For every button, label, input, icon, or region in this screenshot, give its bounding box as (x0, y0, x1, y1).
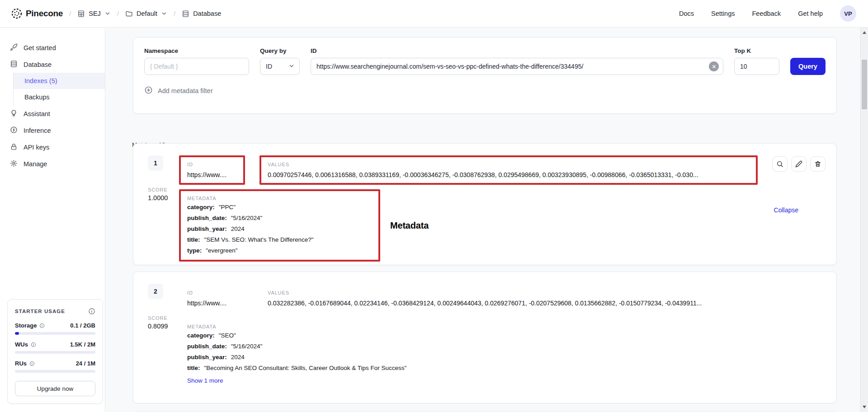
id-cell-value: https://www.... (187, 300, 237, 307)
vertical-scrollbar[interactable] (860, 28, 868, 412)
sidebar-item-get-started[interactable]: Get started (0, 39, 105, 56)
chevron-down-icon (288, 63, 295, 70)
inspect-record-button[interactable] (772, 156, 788, 172)
id-cell: ID https://www.... (179, 284, 245, 313)
folder-icon (125, 10, 133, 18)
show-more-link[interactable]: Show 1 more (187, 377, 223, 384)
sidebar-item-label: Backups (24, 94, 50, 101)
metadata-entry: publish_date:"5/16/2024" (187, 342, 372, 351)
scrollbar-thumb[interactable] (862, 60, 867, 109)
usage-metric-storage: Storage 0.1 / 2GB (15, 322, 95, 335)
values-cell-annotated: VALUES 0.00970257446, 0.0061316588, 0.03… (259, 155, 758, 185)
metadata-entry: type:"evergreen" (187, 246, 372, 255)
sidebar-item-backups[interactable]: Backups (14, 89, 105, 105)
usage-title: STARTER USAGE (15, 309, 65, 314)
sidebar-item-manage[interactable]: Manage (0, 155, 105, 172)
metric-value: 24 / 1M (76, 360, 95, 367)
starter-usage-panel: STARTER USAGE Storage 0.1 / 2GB WUs 1.5K… (7, 299, 103, 404)
namespace-label: Namespace (144, 47, 249, 54)
edit-record-button[interactable] (791, 156, 807, 172)
values-cell-value: 0.032282386, -0.0167689044, 0.02234146, … (268, 300, 750, 307)
result-card-1: 1 SCORE 1.0000 ID https://www.... VALUES… (133, 143, 837, 265)
id-cell-label: ID (187, 162, 237, 167)
nav-link-docs[interactable]: Docs (679, 10, 694, 17)
annotation-metadata: Metadata (390, 220, 429, 231)
metadata-entry: publish_year:2024 (187, 352, 372, 362)
sidebar-item-label: Database (24, 61, 52, 68)
scroll-up-arrow-icon[interactable] (863, 31, 866, 34)
nav-link-settings[interactable]: Settings (711, 10, 735, 17)
pinecone-logo[interactable]: Pinecone (11, 8, 63, 19)
sidebar-item-api-keys[interactable]: API keys (0, 139, 105, 155)
add-metadata-filter-button[interactable]: Add metadata filter (144, 86, 826, 96)
values-cell-label: VALUES (268, 290, 750, 295)
result-card-2: 2 SCORE 0.8099 ID https://www.... VALUES… (133, 272, 837, 403)
top-nav: Pinecone / SEJ / Default / (0, 0, 868, 28)
breadcrumb-page[interactable]: Database (182, 10, 221, 18)
metadata-entry: title:"Becoming An SEO Consultant: Skill… (187, 363, 372, 373)
breadcrumb-page-label: Database (193, 10, 221, 17)
sidebar-item-label: Manage (24, 160, 47, 168)
wus-progress-bar (15, 351, 95, 354)
usage-metric-wus: WUs 1.5K / 2M (15, 341, 95, 354)
pinecone-logo-icon (11, 8, 23, 19)
sidebar-item-label: Indexes (5) (24, 77, 57, 84)
main-content: Namespace Query by ID ID (105, 28, 860, 412)
organization-icon (77, 10, 85, 18)
values-cell-label: VALUES (268, 162, 750, 167)
query-by-select[interactable]: ID (260, 58, 300, 75)
user-avatar[interactable]: VP (840, 5, 856, 22)
sidebar-item-indexes[interactable]: Indexes (5) (14, 73, 105, 89)
database-icon (182, 10, 189, 18)
top-k-label: Top K (734, 47, 779, 54)
id-cell-value: https://www.... (187, 171, 237, 178)
nav-link-get-help[interactable]: Get help (798, 10, 823, 17)
info-icon[interactable] (88, 308, 95, 315)
sidebar-item-assistant[interactable]: Assistant (0, 105, 105, 122)
metric-value: 0.1 / 2GB (70, 322, 95, 329)
info-icon[interactable] (29, 361, 35, 366)
sidebar-item-inference[interactable]: Inference (0, 122, 105, 139)
nav-link-feedback[interactable]: Feedback (752, 10, 781, 17)
breadcrumb-separator: / (69, 10, 71, 18)
query-panel: Namespace Query by ID ID (133, 37, 837, 114)
lock-icon (10, 143, 18, 152)
delete-record-button[interactable] (810, 156, 826, 172)
id-label: ID (311, 47, 723, 54)
query-button[interactable]: Query (790, 58, 826, 75)
metadata-entry: category:"SEO" (187, 331, 372, 340)
breadcrumb-org[interactable]: SEJ (77, 10, 111, 18)
clear-input-icon[interactable] (709, 61, 719, 71)
collapse-link[interactable]: Collapse (774, 206, 798, 214)
top-k-input[interactable] (734, 58, 779, 75)
id-cell-annotated: ID https://www.... (179, 155, 245, 185)
database-icon (10, 60, 18, 69)
plus-circle-icon (144, 86, 153, 96)
metadata-label: METADATA (187, 324, 372, 329)
metric-label: Storage (15, 322, 37, 329)
metric-value: 1.5K / 2M (70, 341, 95, 348)
rus-progress-bar (15, 370, 95, 373)
usage-metric-rus: RUs 24 / 1M (15, 360, 95, 373)
zap-circle-icon (10, 126, 18, 135)
sidebar-item-database[interactable]: Database (0, 56, 105, 73)
rocket-icon (10, 43, 18, 52)
breadcrumb-separator: / (117, 10, 119, 18)
breadcrumb-org-label: SEJ (89, 10, 101, 17)
info-icon[interactable] (39, 323, 45, 328)
storage-progress-bar (15, 332, 95, 335)
metric-label: WUs (15, 341, 28, 348)
scroll-down-arrow-icon[interactable] (863, 406, 866, 408)
metadata-cell: METADATA category:"SEO" publish_date:"5/… (179, 318, 380, 391)
metadata-label: METADATA (187, 196, 372, 201)
gear-icon (10, 159, 18, 169)
chevron-down-icon (161, 10, 167, 17)
query-id-input[interactable] (311, 58, 723, 75)
info-icon[interactable] (31, 342, 36, 347)
sidebar-item-label: API keys (24, 144, 49, 151)
breadcrumb-project[interactable]: Default (125, 10, 167, 18)
query-by-value: ID (266, 63, 272, 70)
upgrade-now-button[interactable]: Upgrade now (15, 381, 95, 396)
namespace-input[interactable] (144, 58, 249, 75)
sidebar-item-label: Inference (24, 127, 51, 134)
